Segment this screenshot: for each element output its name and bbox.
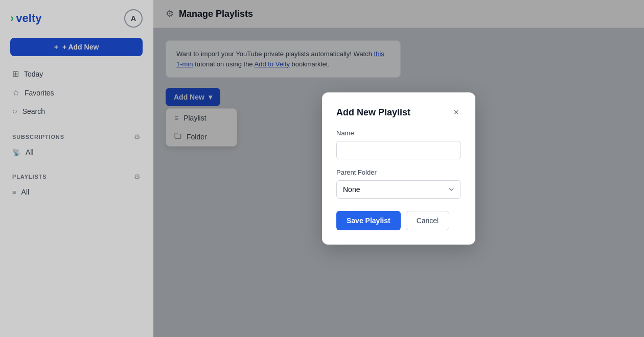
modal-actions: Save Playlist Cancel xyxy=(336,211,461,230)
add-new-playlist-modal: Add New Playlist × Name Parent Folder No… xyxy=(322,92,475,245)
sidebar-header: › velty A xyxy=(0,0,153,34)
sidebar-item-search-label: Search xyxy=(22,107,45,115)
modal-title: Add New Playlist xyxy=(336,107,410,118)
close-icon: × xyxy=(453,107,459,117)
playlists-all-label: All xyxy=(21,188,30,196)
main-nav: ⊞ Today ☆ Favorites ○ Search xyxy=(0,64,153,121)
playlists-title: PLAYLISTS xyxy=(12,174,47,180)
subscriptions-all-label: All xyxy=(26,148,34,156)
subscriptions-title: SUBSCRIPTIONS xyxy=(12,134,64,140)
name-field-group: Name xyxy=(336,129,461,168)
name-label: Name xyxy=(336,129,461,137)
sidebar-item-today[interactable]: ⊞ Today xyxy=(6,64,147,83)
playlist-icon: ≡ xyxy=(12,188,16,196)
save-playlist-button[interactable]: Save Playlist xyxy=(336,211,401,230)
parent-folder-field-group: Parent Folder None xyxy=(336,168,461,211)
modal-overlay: Add New Playlist × Name Parent Folder No… xyxy=(153,0,644,337)
parent-folder-label: Parent Folder xyxy=(336,168,461,176)
playlists-all-item[interactable]: ≡ All xyxy=(0,184,153,200)
logo: › velty xyxy=(10,12,41,25)
plus-icon: + xyxy=(54,43,58,51)
add-new-sidebar-button[interactable]: + + Add New xyxy=(10,38,143,56)
playlists-gear-icon[interactable]: ⚙ xyxy=(134,173,141,181)
cancel-button[interactable]: Cancel xyxy=(406,211,450,230)
subscriptions-section-header: SUBSCRIPTIONS ⚙ xyxy=(0,125,153,144)
logo-text: velty xyxy=(16,12,41,25)
sidebar-item-favorites-label: Favorites xyxy=(25,89,54,97)
search-icon: ○ xyxy=(12,107,17,116)
logo-arrow: › xyxy=(10,12,14,25)
subscriptions-gear-icon[interactable]: ⚙ xyxy=(134,133,141,141)
calendar-icon: ⊞ xyxy=(12,69,19,79)
avatar[interactable]: A xyxy=(124,9,143,28)
star-icon: ☆ xyxy=(12,88,19,98)
sidebar-item-today-label: Today xyxy=(24,70,43,78)
modal-header: Add New Playlist × xyxy=(336,107,461,118)
subscriptions-all-item[interactable]: 📡 All xyxy=(0,144,153,160)
rss-icon: 📡 xyxy=(12,149,20,156)
parent-folder-select[interactable]: None xyxy=(336,180,461,199)
name-input[interactable] xyxy=(336,141,461,159)
sidebar-item-favorites[interactable]: ☆ Favorites xyxy=(6,83,147,102)
sidebar: › velty A + + Add New ⊞ Today ☆ Favorite… xyxy=(0,0,153,337)
modal-close-button[interactable]: × xyxy=(451,107,461,118)
main-content: ⚙ Manage Playlists Want to import your Y… xyxy=(153,0,644,337)
sidebar-item-search[interactable]: ○ Search xyxy=(6,102,147,121)
playlists-section-header: PLAYLISTS ⚙ xyxy=(0,164,153,184)
